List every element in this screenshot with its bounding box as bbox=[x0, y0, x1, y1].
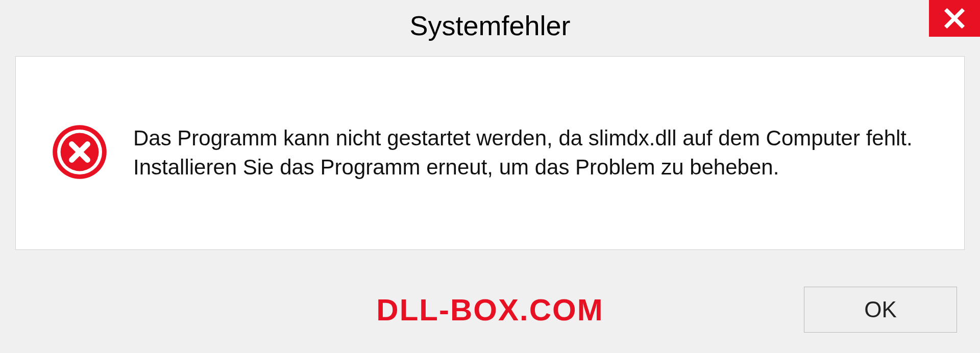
close-button[interactable] bbox=[929, 0, 980, 37]
error-icon bbox=[52, 124, 108, 180]
error-icon-wrapper bbox=[52, 124, 108, 182]
content-panel: Das Programm kann nicht gestartet werden… bbox=[15, 56, 965, 250]
error-dialog: Systemfehler Das Programm kann nicht ges… bbox=[0, 0, 980, 353]
dialog-title: Systemfehler bbox=[409, 10, 570, 41]
ok-button[interactable]: OK bbox=[804, 287, 957, 333]
dialog-footer: DLL-BOX.COM OK bbox=[0, 287, 980, 333]
error-message: Das Programm kann nicht gestartet werden… bbox=[133, 124, 928, 182]
close-icon bbox=[943, 7, 966, 30]
titlebar: Systemfehler bbox=[0, 0, 980, 51]
watermark-text: DLL-BOX.COM bbox=[376, 292, 603, 327]
